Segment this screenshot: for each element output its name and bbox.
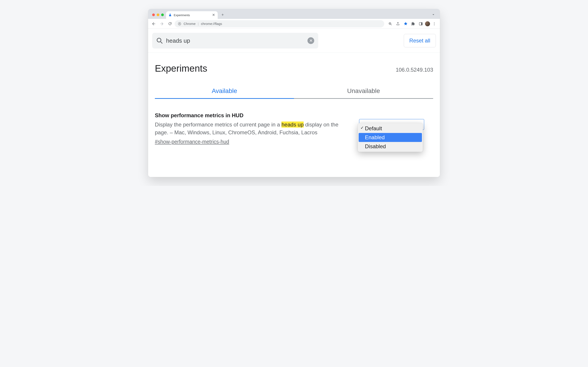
share-icon[interactable] bbox=[395, 20, 401, 27]
forward-button[interactable] bbox=[158, 20, 165, 27]
tab-strip: Experiments ✕ + bbox=[148, 9, 440, 19]
chrome-icon bbox=[178, 22, 181, 25]
dropdown-option-enabled[interactable]: Enabled bbox=[359, 133, 422, 142]
close-tab-icon[interactable]: ✕ bbox=[212, 13, 216, 17]
search-highlight: heads up bbox=[282, 122, 304, 128]
search-row: ✕ Reset all bbox=[148, 29, 440, 53]
maximize-window-button[interactable] bbox=[161, 14, 164, 16]
flag-select-dropdown: Default Enabled Disabled bbox=[358, 123, 423, 152]
reset-all-button[interactable]: Reset all bbox=[404, 34, 436, 47]
back-button[interactable] bbox=[150, 20, 157, 27]
flag-entry: Show performance metrics in HUD Display … bbox=[148, 99, 440, 154]
zoom-icon[interactable] bbox=[387, 20, 394, 27]
svg-rect-7 bbox=[421, 23, 422, 25]
svg-point-8 bbox=[434, 22, 435, 23]
sidepanel-icon[interactable] bbox=[418, 20, 424, 27]
tabs-menu-button[interactable] bbox=[431, 13, 438, 19]
svg-line-12 bbox=[161, 42, 162, 44]
dropdown-option-default[interactable]: Default bbox=[359, 124, 422, 133]
omnibox-url: chrome://flags bbox=[201, 22, 222, 25]
flag-anchor-link[interactable]: #show-performance-metrics-hud bbox=[155, 139, 229, 145]
new-tab-button[interactable]: + bbox=[219, 12, 226, 18]
flask-icon bbox=[168, 13, 172, 17]
flag-text: Show performance metrics in HUD Display … bbox=[155, 112, 350, 145]
profile-avatar[interactable] bbox=[425, 21, 430, 26]
flag-tabs: Available Unavailable bbox=[155, 87, 433, 99]
toolbar-right bbox=[386, 20, 438, 27]
svg-point-9 bbox=[434, 23, 435, 24]
svg-point-10 bbox=[434, 25, 435, 25]
tab-available[interactable]: Available bbox=[155, 87, 294, 99]
svg-point-1 bbox=[179, 23, 180, 24]
svg-line-3 bbox=[391, 24, 392, 25]
reload-button[interactable] bbox=[167, 20, 173, 27]
page-content: ✕ Reset all Experiments 106.0.5249.103 A… bbox=[148, 29, 440, 177]
flag-title: Show performance metrics in HUD bbox=[155, 112, 350, 119]
page-title: Experiments bbox=[155, 63, 207, 74]
tab-title: Experiments bbox=[174, 14, 190, 17]
chrome-version: 106.0.5249.103 bbox=[396, 67, 433, 73]
flags-search-box: ✕ bbox=[152, 33, 318, 49]
close-window-button[interactable] bbox=[152, 14, 155, 16]
flag-select-wrap: Default Enabled Disabled bbox=[359, 119, 424, 130]
tab-unavailable[interactable]: Unavailable bbox=[294, 87, 433, 99]
extensions-icon[interactable] bbox=[410, 20, 417, 27]
menu-icon[interactable] bbox=[431, 20, 438, 27]
window-controls bbox=[150, 14, 166, 19]
page-header: Experiments 106.0.5249.103 bbox=[148, 53, 440, 74]
svg-point-11 bbox=[157, 38, 161, 42]
browser-window: Experiments ✕ + Chrome | chrome://flags bbox=[148, 9, 440, 177]
minimize-window-button[interactable] bbox=[157, 14, 159, 16]
address-bar[interactable]: Chrome | chrome://flags bbox=[175, 20, 384, 27]
search-icon bbox=[156, 37, 163, 44]
dropdown-option-disabled[interactable]: Disabled bbox=[359, 142, 422, 151]
omnibox-prefix: Chrome bbox=[184, 22, 195, 25]
bookmark-star-icon[interactable] bbox=[402, 20, 409, 27]
flags-search-input[interactable] bbox=[166, 37, 304, 44]
clear-search-icon[interactable]: ✕ bbox=[307, 37, 314, 44]
flag-description: Display the performance metrics of curre… bbox=[155, 121, 350, 137]
omnibox-separator: | bbox=[198, 22, 199, 25]
browser-toolbar: Chrome | chrome://flags bbox=[148, 19, 440, 29]
browser-tab[interactable]: Experiments ✕ bbox=[166, 11, 218, 19]
